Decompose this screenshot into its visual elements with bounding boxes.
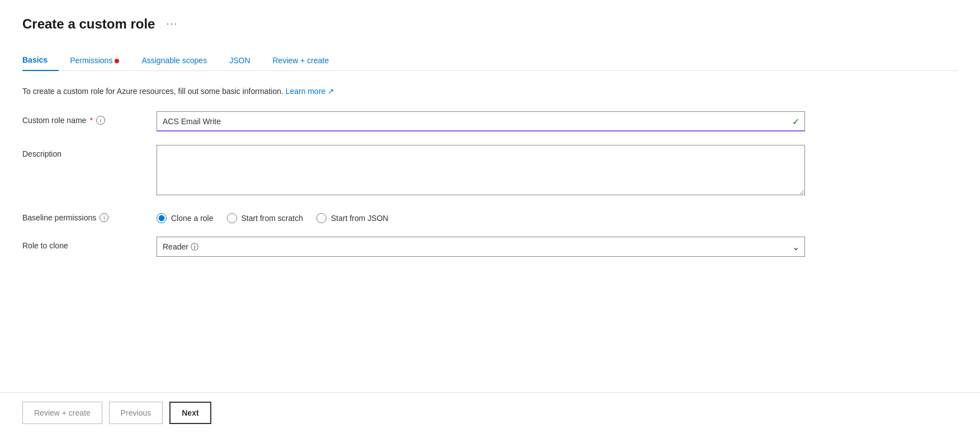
role-to-clone-label: Role to clone <box>22 237 145 250</box>
radio-clone-a-role[interactable] <box>157 213 167 223</box>
tab-json[interactable]: JSON <box>218 50 261 70</box>
custom-role-name-label: Custom role name * i <box>22 111 145 125</box>
custom-role-name-row: Custom role name * i ✓ <box>22 111 805 131</box>
description-label: Description <box>22 145 145 158</box>
tab-review-create[interactable]: Review + create <box>262 50 340 70</box>
baseline-permissions-row: Baseline permissions i Clone a role Star… <box>22 209 805 223</box>
previous-button[interactable]: Previous <box>109 402 163 424</box>
radio-option-json[interactable]: Start from JSON <box>316 213 389 223</box>
radio-option-clone[interactable]: Clone a role <box>157 213 214 223</box>
ellipsis-menu-button[interactable]: ··· <box>162 16 182 32</box>
role-to-clone-select-container: Reader ⓘ Owner Contributor ⌄ <box>157 237 805 257</box>
review-create-button[interactable]: Review + create <box>22 402 102 424</box>
custom-role-name-info-icon[interactable]: i <box>96 116 105 125</box>
page-title: Create a custom role <box>22 16 155 32</box>
custom-role-name-input[interactable] <box>157 111 805 131</box>
tab-permissions[interactable]: Permissions <box>59 50 130 70</box>
role-to-clone-select[interactable]: Reader ⓘ Owner Contributor <box>157 237 805 257</box>
form-description: To create a custom role for Azure resour… <box>22 87 958 96</box>
baseline-permissions-info-icon[interactable]: i <box>100 213 108 222</box>
basics-form: Custom role name * i ✓ Description Basel… <box>22 111 805 257</box>
tab-basics[interactable]: Basics <box>22 50 59 71</box>
baseline-permissions-options: Clone a role Start from scratch Start fr… <box>157 209 389 223</box>
validation-check-icon: ✓ <box>792 116 799 127</box>
footer: Review + create Previous Next <box>0 392 980 433</box>
tab-assignable-scopes[interactable]: Assignable scopes <box>130 50 218 70</box>
radio-start-from-scratch[interactable] <box>227 213 237 223</box>
custom-role-name-input-wrapper: ✓ <box>157 111 805 131</box>
next-button[interactable]: Next <box>169 402 211 424</box>
required-indicator: * <box>89 116 92 125</box>
description-row: Description <box>22 145 805 195</box>
role-to-clone-row: Role to clone Reader ⓘ Owner Contributor… <box>22 237 805 257</box>
learn-more-link[interactable]: Learn more ↗ <box>286 87 334 96</box>
radio-option-scratch[interactable]: Start from scratch <box>227 213 303 223</box>
description-input[interactable] <box>157 145 805 195</box>
radio-start-from-json[interactable] <box>316 213 326 223</box>
permissions-badge <box>115 59 119 63</box>
baseline-permissions-label: Baseline permissions i <box>22 209 145 222</box>
tabs-navigation: Basics Permissions Assignable scopes JSO… <box>22 50 958 71</box>
